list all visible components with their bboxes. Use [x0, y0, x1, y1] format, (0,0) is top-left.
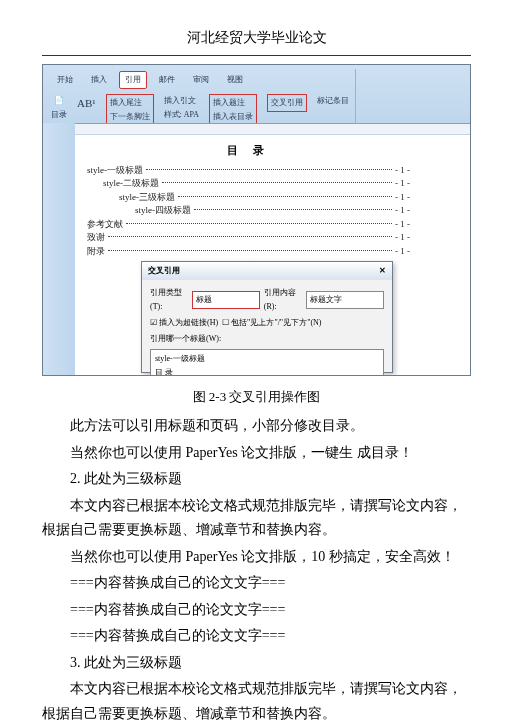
- toc-row: style-四级标题- 1 -: [87, 204, 410, 218]
- body-p2: 当然你也可以使用 PaperYes 论文排版，一键生 成目录！: [42, 441, 471, 466]
- toc-heading: 目 录: [87, 141, 410, 160]
- ins-content-label: 引用内容(R):: [264, 286, 302, 314]
- toc-row: style-三级标题- 1 -: [87, 191, 410, 205]
- body-p1: 此方法可以引用标题和页码，小部分修改目录。: [42, 414, 471, 439]
- close-icon: ✕: [379, 264, 386, 278]
- ref-type-label: 引用类型(T):: [150, 286, 188, 314]
- dialog-title-text: 交叉引用: [148, 264, 180, 278]
- body-p4: 当然你也可以使用 PaperYes 论文排版，10 秒搞定，安全高效！: [42, 545, 471, 570]
- toc-row: style-一级标题- 1 -: [87, 164, 410, 178]
- cross-ref-button: 交叉引用: [267, 94, 307, 112]
- toc-row: 致谢- 1 -: [87, 231, 410, 245]
- toc-button: 📄目录: [51, 94, 67, 122]
- body-p3: 本文内容已根据本校论文格式规范排版完毕，请撰写论文内容，根据自己需要更换标题、增…: [42, 494, 471, 543]
- caption-group: 插入题注 插入表目录: [209, 94, 257, 126]
- eq-line-3: ===内容替换成自己的论文文字===: [42, 624, 471, 649]
- ins-content-field: 标题文字: [306, 291, 384, 309]
- footnote-group: 插入尾注 下一条脚注: [106, 94, 154, 126]
- figure-caption: 图 2-3 交叉引用操作图: [42, 386, 471, 409]
- chk-above-below: ☐ 包括"见上方"/"见下方"(N): [222, 316, 321, 330]
- heading3-b: 3. 此处为三级标题: [42, 651, 471, 676]
- running-header: 河北经贸大学毕业论文: [42, 26, 471, 51]
- left-gutter: [43, 123, 76, 375]
- document-page: 河北经贸大学毕业论文 开始 插入 引用 邮件 审阅 视图 📄目录 AB¹ 插入尾…: [0, 0, 513, 726]
- citation-group: 插入引文 样式: APA: [164, 94, 200, 122]
- tab-home: 开始: [51, 71, 79, 89]
- toc-row: 参考文献- 1 -: [87, 218, 410, 232]
- index-group: 标记条目: [317, 94, 349, 108]
- heading3-a: 2. 此处为三级标题: [42, 467, 471, 492]
- embedded-screenshot: 开始 插入 引用 邮件 审阅 视图 📄目录 AB¹ 插入尾注 下一条脚注 插入引…: [42, 64, 471, 376]
- ribbon-group-toc: 开始 插入 引用 邮件 审阅 视图 📄目录 AB¹ 插入尾注 下一条脚注 插入引…: [49, 69, 356, 128]
- dialog-titlebar: 交叉引用 ✕: [142, 262, 392, 280]
- body-p5: 本文内容已根据本校论文格式规范排版完毕，请撰写论文内容，根据自己需要更换标题、增…: [42, 677, 471, 726]
- eq-line-1: ===内容替换成自己的论文文字===: [42, 571, 471, 596]
- header-rule: [42, 55, 471, 56]
- tab-mail: 邮件: [153, 71, 181, 89]
- cross-reference-dialog: 交叉引用 ✕ 引用类型(T): 标题 引用内容(R): 标题文字 ☑ 插入为超链…: [141, 261, 393, 373]
- ribbon-tabs: 开始 插入 引用 邮件 审阅 视图: [51, 71, 349, 89]
- tab-insert: 插入: [85, 71, 113, 89]
- list-label: 引用哪一个标题(W):: [150, 332, 384, 346]
- toc-row: style-二级标题- 1 -: [87, 177, 410, 191]
- tab-review: 审阅: [187, 71, 215, 89]
- ref-type-field: 标题: [192, 291, 260, 309]
- footnote-button: AB¹: [77, 94, 96, 113]
- word-ribbon: 开始 插入 引用 邮件 审阅 视图 📄目录 AB¹ 插入尾注 下一条脚注 插入引…: [43, 65, 470, 131]
- chk-hyperlink: ☑ 插入为超链接(H): [150, 316, 218, 330]
- ruler: [75, 124, 470, 135]
- tab-view: 视图: [221, 71, 249, 89]
- toc-row: 附录- 1 -: [87, 245, 410, 259]
- heading-list: style-一级标题 目 录 致谢: [150, 349, 384, 376]
- tab-references: 引用: [119, 71, 147, 89]
- eq-line-2: ===内容替换成自己的论文文字===: [42, 598, 471, 623]
